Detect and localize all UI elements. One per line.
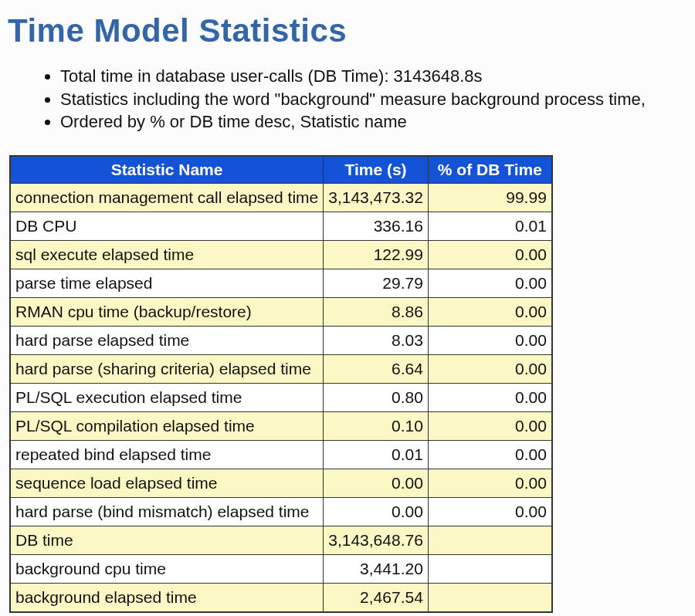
stat-name-cell: sql execute elapsed time <box>10 241 324 269</box>
table-row: RMAN cpu time (backup/restore)8.860.00 <box>10 298 552 327</box>
note-item: Statistics including the word "backgroun… <box>60 88 683 111</box>
table-row: hard parse (sharing criteria) elapsed ti… <box>10 355 552 384</box>
table-row: repeated bind elapsed time0.010.00 <box>10 441 552 469</box>
stat-name-cell: background cpu time <box>10 555 324 584</box>
stat-pct-cell <box>428 584 551 613</box>
stat-time-cell: 8.86 <box>324 298 429 327</box>
notes-list: Total time in database user-calls (DB Ti… <box>46 65 683 134</box>
stat-time-cell: 3,143,473.32 <box>324 184 429 212</box>
stat-time-cell: 29.79 <box>324 269 429 298</box>
table-row: background elapsed time2,467.54 <box>10 584 552 613</box>
table-row: hard parse elapsed time8.030.00 <box>10 327 552 355</box>
stat-name-cell: background elapsed time <box>10 584 324 613</box>
stat-time-cell: 6.64 <box>324 355 429 384</box>
stat-name-cell: RMAN cpu time (backup/restore) <box>10 298 324 327</box>
table-row: connection management call elapsed time3… <box>10 184 552 212</box>
stat-name-cell: PL/SQL execution elapsed time <box>10 384 324 412</box>
page-title: Time Model Statistics <box>8 12 683 49</box>
table-row: PL/SQL compilation elapsed time0.100.00 <box>10 412 552 441</box>
stat-pct-cell: 0.00 <box>428 298 551 327</box>
stat-name-cell: hard parse (sharing criteria) elapsed ti… <box>10 355 324 384</box>
table-row: PL/SQL execution elapsed time0.800.00 <box>10 384 552 412</box>
stat-name-cell: DB time <box>10 526 324 555</box>
stat-name-cell: hard parse elapsed time <box>10 327 324 355</box>
stat-time-cell: 0.00 <box>324 498 429 526</box>
stat-name-cell: sequence load elapsed time <box>10 469 324 498</box>
stat-time-cell: 3,143,648.76 <box>324 526 429 555</box>
table-row: parse time elapsed29.790.00 <box>10 269 552 298</box>
col-header-pct-db-time: % of DB Time <box>428 156 551 184</box>
note-item: Ordered by % or DB time desc, Statistic … <box>60 110 683 134</box>
stat-name-cell: PL/SQL compilation elapsed time <box>10 412 324 441</box>
table-row: DB CPU336.160.01 <box>10 212 552 241</box>
stat-time-cell: 2,467.54 <box>324 584 429 613</box>
stat-time-cell: 0.01 <box>324 441 429 469</box>
stat-pct-cell: 0.00 <box>428 469 551 498</box>
stat-pct-cell: 99.99 <box>428 184 551 212</box>
table-row: hard parse (bind mismatch) elapsed time0… <box>10 498 552 526</box>
stat-time-cell: 122.99 <box>324 241 429 269</box>
stat-pct-cell: 0.00 <box>428 241 551 269</box>
stat-pct-cell: 0.00 <box>428 269 551 298</box>
stat-time-cell: 0.10 <box>324 412 429 441</box>
table-row: sql execute elapsed time122.990.00 <box>10 241 552 269</box>
stat-pct-cell: 0.00 <box>428 498 551 526</box>
stat-pct-cell: 0.01 <box>428 212 551 241</box>
stat-time-cell: 8.03 <box>324 327 429 355</box>
stat-name-cell: hard parse (bind mismatch) elapsed time <box>10 498 324 526</box>
col-header-time-s: Time (s) <box>324 156 429 184</box>
stat-name-cell: connection management call elapsed time <box>10 184 324 212</box>
stat-name-cell: DB CPU <box>10 212 324 241</box>
stat-pct-cell: 0.00 <box>428 355 551 384</box>
stat-pct-cell <box>428 526 551 555</box>
stat-time-cell: 0.00 <box>324 469 429 498</box>
stat-pct-cell: 0.00 <box>428 327 551 355</box>
table-row: DB time3,143,648.76 <box>10 526 552 555</box>
stat-pct-cell: 0.00 <box>428 441 551 469</box>
stat-time-cell: 0.80 <box>324 384 429 412</box>
stats-tbody: connection management call elapsed time3… <box>10 184 552 613</box>
time-model-stats-table: Statistic Name Time (s) % of DB Time con… <box>9 155 553 613</box>
table-row: sequence load elapsed time0.000.00 <box>10 469 552 498</box>
stat-name-cell: parse time elapsed <box>10 269 324 298</box>
table-row: background cpu time3,441.20 <box>10 555 552 584</box>
stat-time-cell: 3,441.20 <box>324 555 429 584</box>
stat-time-cell: 336.16 <box>324 212 429 241</box>
stat-pct-cell <box>428 555 551 584</box>
stat-name-cell: repeated bind elapsed time <box>10 441 324 469</box>
stat-pct-cell: 0.00 <box>428 384 551 412</box>
col-header-statistic-name: Statistic Name <box>10 156 324 184</box>
note-item: Total time in database user-calls (DB Ti… <box>60 65 683 88</box>
stat-pct-cell: 0.00 <box>428 412 551 441</box>
